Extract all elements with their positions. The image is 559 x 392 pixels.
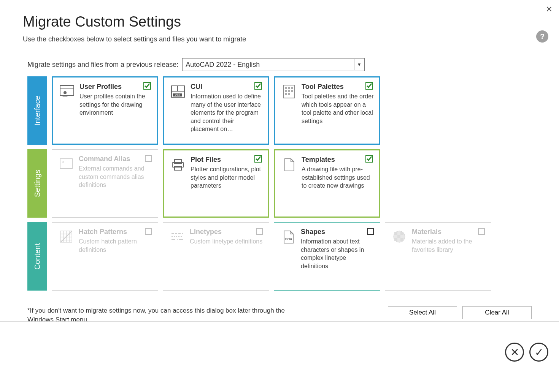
svg-rect-42 xyxy=(397,235,400,238)
page-subtitle: Use the checkboxes below to select setti… xyxy=(23,35,536,43)
tile-cui[interactable]: CUI CUI Information used to define many … xyxy=(163,76,269,145)
shapes-icon: SHX xyxy=(280,228,297,245)
svg-rect-17 xyxy=(285,93,287,95)
svg-text:>_: >_ xyxy=(62,160,67,164)
command-alias-icon: >_ xyxy=(57,155,75,172)
tile-desc: A drawing file with pre-established sett… xyxy=(302,165,374,190)
tile-title: Hatch Patterns xyxy=(79,228,152,236)
settings-grid: Interface User Profiles User profiles co… xyxy=(0,76,559,291)
tile-desc: Information used to define many of the u… xyxy=(191,92,263,133)
select-all-button[interactable]: Select All xyxy=(388,306,457,319)
tile-desc: Custom linetype definitions xyxy=(190,237,264,246)
svg-text:CUI: CUI xyxy=(175,94,180,96)
release-row: Migrate settings and files from a previo… xyxy=(0,51,559,76)
tile-title: Linetypes xyxy=(190,228,264,236)
tile-title: Templates xyxy=(302,156,374,164)
cui-icon: CUI xyxy=(169,83,187,100)
svg-rect-44 xyxy=(400,238,403,241)
svg-rect-18 xyxy=(288,93,290,95)
tile-hatch-patterns: Hatch Patterns Custom hatch pattern defi… xyxy=(52,222,158,291)
checkbox-unchecked[interactable] xyxy=(366,227,375,236)
svg-rect-43 xyxy=(394,238,397,241)
svg-rect-14 xyxy=(285,90,287,92)
tile-title: Shapes xyxy=(301,228,375,236)
category-content: Content xyxy=(27,222,47,291)
templates-icon xyxy=(280,156,298,173)
release-selected-value: AutoCAD 2022 - English xyxy=(186,61,260,69)
tile-title: Tool Palettes xyxy=(302,83,374,91)
svg-text:SHX: SHX xyxy=(285,237,292,241)
tile-desc: Plotter configurations, plot styles and … xyxy=(191,165,263,190)
checkbox-disabled xyxy=(144,154,152,163)
tile-shapes[interactable]: SHX Shapes Information about text charac… xyxy=(274,222,380,291)
tile-desc: External commands and custom commands al… xyxy=(79,164,152,189)
checkbox-disabled xyxy=(477,227,486,236)
svg-rect-11 xyxy=(285,87,287,89)
tile-linetypes: Linetypes Custom linetype definitions xyxy=(163,222,269,291)
checkbox-checked[interactable] xyxy=(143,82,152,90)
svg-rect-12 xyxy=(288,87,290,89)
tile-title: CUI xyxy=(191,83,263,91)
svg-rect-0 xyxy=(60,85,74,95)
tile-desc: Information about text characters or sha… xyxy=(301,237,375,270)
svg-rect-16 xyxy=(291,90,293,92)
category-settings: Settings xyxy=(27,149,47,218)
tile-title: Plot Files xyxy=(191,156,263,164)
tile-title: User Profiles xyxy=(79,83,152,91)
checkbox-checked[interactable] xyxy=(254,82,263,90)
hatch-patterns-icon xyxy=(57,228,75,245)
svg-rect-40 xyxy=(394,232,397,235)
dialog-header: Migrate Custom Settings Use the checkbox… xyxy=(0,0,559,51)
tile-tool-palettes[interactable]: Tool Palettes Tool palettes and the orde… xyxy=(274,76,380,145)
tile-desc: User profiles contain the settings for t… xyxy=(79,92,152,117)
release-select[interactable]: AutoCAD 2022 - English ▼ xyxy=(182,58,365,71)
svg-rect-13 xyxy=(291,87,293,89)
checkbox-disabled xyxy=(255,227,264,236)
footer: *If you don't want to migrate settings n… xyxy=(0,299,559,329)
cancel-button[interactable]: ✕ xyxy=(505,343,524,362)
page-title: Migrate Custom Settings xyxy=(23,14,536,30)
checkbox-checked[interactable] xyxy=(254,155,263,163)
tile-title: Materials xyxy=(412,228,486,236)
tile-plot-files[interactable]: Plot Files Plotter configurations, plot … xyxy=(163,149,269,218)
svg-rect-15 xyxy=(288,90,290,92)
release-label: Migrate settings and files from a previo… xyxy=(27,61,178,69)
tile-templates[interactable]: Templates A drawing file with pre-establ… xyxy=(274,149,380,218)
linetypes-icon xyxy=(168,228,186,245)
tile-materials: Materials Materials added to the favorit… xyxy=(385,222,491,291)
svg-line-34 xyxy=(60,231,72,242)
svg-point-2 xyxy=(64,91,67,94)
materials-icon xyxy=(391,228,408,245)
user-profiles-icon xyxy=(58,83,76,100)
ok-button[interactable]: ✓ xyxy=(529,343,548,362)
dropdown-arrow-icon: ▼ xyxy=(354,59,364,70)
category-interface: Interface xyxy=(27,76,47,145)
checkbox-checked[interactable] xyxy=(365,155,374,163)
footer-divider xyxy=(0,321,559,322)
checkbox-checked[interactable] xyxy=(365,82,374,90)
plot-files-icon xyxy=(169,156,187,173)
tile-user-profiles[interactable]: User Profiles User profiles contain the … xyxy=(52,76,158,145)
clear-all-button[interactable]: Clear All xyxy=(462,306,532,319)
tile-command-alias: >_ Command Alias External commands and c… xyxy=(52,149,158,218)
tile-title: Command Alias xyxy=(79,155,152,163)
tile-desc: Materials added to the favorites library xyxy=(412,237,486,254)
help-button[interactable]: ? xyxy=(536,30,548,43)
tile-desc: Custom hatch pattern definitions xyxy=(79,237,152,254)
tool-palettes-icon xyxy=(280,83,298,100)
tile-desc: Tool palettes and the order which tools … xyxy=(302,92,374,125)
svg-rect-41 xyxy=(400,232,403,235)
checkbox-disabled xyxy=(144,227,152,236)
action-bar: ✕ ✓ xyxy=(505,343,548,362)
